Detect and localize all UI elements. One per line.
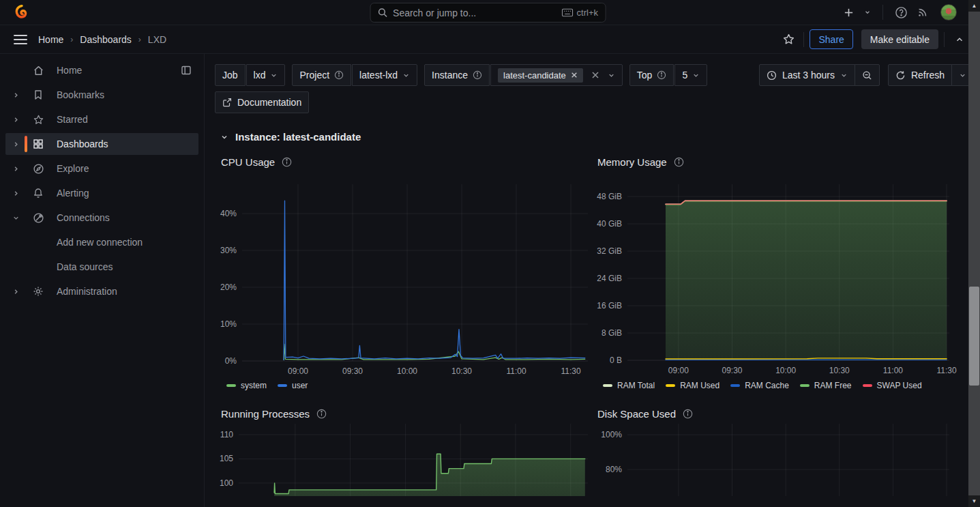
grafana-logo[interactable] (14, 4, 30, 20)
legend-item[interactable]: RAM Cache (730, 381, 789, 390)
legend-item[interactable]: user (278, 381, 308, 390)
info-icon[interactable] (334, 70, 344, 80)
documentation-button[interactable]: Documentation (215, 91, 309, 113)
legend-item[interactable]: RAM Free (800, 381, 852, 390)
news-button[interactable] (913, 3, 932, 22)
expand-chevron-icon[interactable] (5, 165, 26, 173)
filter-top: Top 5 (629, 64, 707, 86)
chevron-down-icon (270, 72, 278, 79)
svg-text:40%: 40% (220, 209, 237, 218)
filter-top-value[interactable]: 5 (674, 64, 707, 86)
instance-tag[interactable]: latest-candidate (498, 68, 583, 83)
info-icon[interactable] (316, 409, 327, 419)
expand-chevron-icon[interactable] (5, 91, 26, 99)
sidebar-item-home[interactable]: Home (5, 59, 198, 81)
filter-top-label: Top (629, 64, 674, 86)
clear-all-icon[interactable] (591, 71, 599, 79)
help-button[interactable] (891, 3, 910, 22)
info-icon[interactable] (683, 409, 693, 419)
sidebar-item-alerting[interactable]: Alerting (5, 182, 198, 204)
filter-job-value[interactable]: lxd (246, 64, 286, 86)
cpu-usage-chart[interactable]: 09:0009:3010:0010:3011:0011:300%10%20%30… (215, 172, 591, 378)
connections-icon (31, 212, 45, 224)
breadcrumb: Home › Dashboards › LXD (38, 34, 166, 45)
info-icon[interactable] (674, 157, 684, 167)
sidebar-item-starred[interactable]: Starred (5, 108, 198, 130)
legend-label: RAM Cache (745, 381, 789, 390)
row-section-header[interactable]: Instance: latest-candidate (220, 131, 980, 143)
svg-text:10:30: 10:30 (451, 366, 472, 376)
scroll-up-button[interactable]: ▲ (968, 0, 980, 12)
expand-chevron-icon[interactable] (5, 141, 26, 148)
info-icon[interactable] (473, 70, 482, 80)
panel-title[interactable]: Disk Space Used (597, 408, 968, 420)
home-icon (31, 65, 45, 76)
filter-project-value[interactable]: latest-lxd (352, 64, 417, 86)
svg-text:09:30: 09:30 (722, 366, 742, 375)
sidebar-item-dashboards[interactable]: Dashboards (5, 133, 198, 155)
topbar-divider (882, 5, 883, 20)
running-processes-chart[interactable]: 100105110 (215, 424, 591, 496)
sidebar-item-bookmarks[interactable]: Bookmarks (5, 84, 198, 106)
add-new-caret[interactable] (861, 3, 874, 22)
collapse-header-button[interactable] (950, 30, 969, 49)
legend-item[interactable]: RAM Used (666, 381, 719, 390)
vertical-scrollbar[interactable]: ▲ ▼ (968, 0, 980, 507)
expand-chevron-icon[interactable] (5, 190, 26, 197)
legend-item[interactable]: RAM Total (603, 381, 655, 390)
info-icon[interactable] (282, 157, 292, 167)
sidebar-item-explore[interactable]: Explore (5, 158, 198, 179)
info-icon[interactable] (657, 70, 666, 80)
panel-title[interactable]: Memory Usage (597, 156, 968, 168)
svg-text:100%: 100% (601, 430, 622, 439)
panel-title[interactable]: CPU Usage (221, 156, 591, 168)
legend-item[interactable]: system (226, 381, 267, 390)
filter-job: Job lxd (215, 64, 285, 86)
filter-instance-value[interactable]: latest-candidate (490, 64, 623, 86)
breadcrumb-separator-icon: › (70, 35, 73, 44)
chevron-down-icon (402, 72, 410, 79)
legend-swatch (278, 384, 287, 387)
menu-toggle-button[interactable] (14, 35, 27, 44)
disk-space-chart[interactable]: 80%100% (591, 424, 968, 496)
add-new-button[interactable] (839, 3, 858, 22)
expand-chevron-icon[interactable] (5, 116, 26, 124)
legend-label: SWAP Used (877, 381, 922, 390)
make-editable-button[interactable]: Make editable (861, 29, 938, 49)
zoom-out-button[interactable] (855, 64, 880, 86)
top-navigation-bar: Search or jump to... ctrl+k (0, 0, 980, 25)
sidebar-item-connections[interactable]: Connections (5, 207, 198, 229)
favorite-button[interactable] (779, 30, 798, 49)
scroll-down-button[interactable]: ▼ (968, 495, 980, 507)
filter-project-label: Project (292, 64, 351, 86)
refresh-button[interactable]: Refresh (888, 64, 952, 86)
legend-item[interactable]: SWAP Used (863, 381, 922, 390)
avatar[interactable] (940, 4, 957, 20)
filter-instance: Instance latest-candidate (424, 64, 623, 86)
dock-sidebar-icon[interactable] (181, 65, 192, 76)
page-header: Home › Dashboards › LXD Share Make edita… (0, 25, 980, 54)
collapse-chevron-icon[interactable] (5, 214, 26, 222)
sidebar-item-add-new-connection[interactable]: Add new connection (5, 231, 198, 253)
expand-chevron-icon[interactable] (5, 288, 26, 295)
time-range-picker[interactable]: Last 3 hours (759, 64, 855, 86)
dashboard-controls: Job lxd Project latest-lxd (215, 64, 980, 86)
sidebar-item-administration[interactable]: Administration (5, 280, 198, 302)
svg-text:48 GiB: 48 GiB (597, 192, 622, 201)
memory-usage-chart[interactable]: 09:0009:3010:0010:3011:0011:300 B8 GiB16… (591, 172, 968, 378)
search-input[interactable]: Search or jump to... ctrl+k (370, 3, 606, 23)
bookmark-icon (31, 89, 45, 100)
close-icon[interactable] (571, 72, 578, 78)
legend-label: RAM Total (617, 381, 655, 390)
breadcrumb-dashboards[interactable]: Dashboards (80, 34, 132, 45)
panel-memory-usage: Memory Usage 09:0009:3010:0010:3011:0011… (591, 143, 968, 390)
breadcrumb-home[interactable]: Home (38, 34, 63, 45)
share-button[interactable]: Share (810, 29, 852, 49)
administration-gear-icon (31, 286, 45, 297)
sidebar-item-data-sources[interactable]: Data sources (5, 256, 198, 278)
panel-title[interactable]: Running Processes (221, 408, 591, 420)
scrollbar-thumb[interactable] (969, 287, 979, 386)
star-icon (31, 114, 45, 126)
svg-text:40 GiB: 40 GiB (597, 219, 622, 229)
breadcrumb-separator-icon: › (138, 35, 141, 44)
